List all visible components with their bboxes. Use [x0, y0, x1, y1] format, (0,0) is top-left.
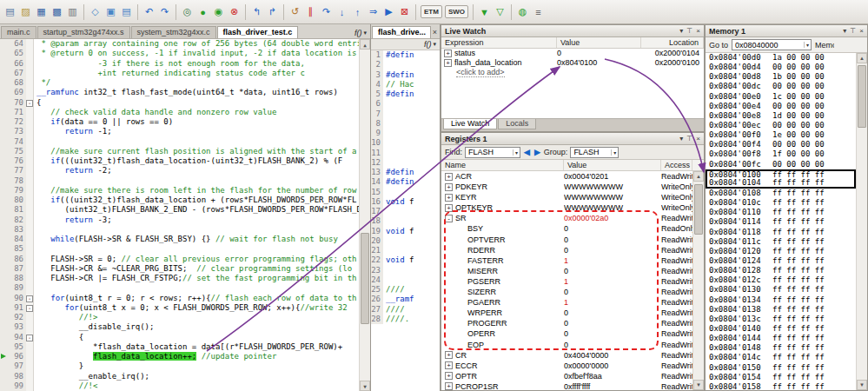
register-row[interactable]: PGSERR1ReadWrite — [441, 276, 692, 287]
code-line[interactable]: 15 — [371, 188, 440, 197]
fold-marker-icon[interactable]: - — [26, 100, 33, 107]
line-number[interactable]: 13 — [371, 168, 383, 177]
code-line[interactable]: 71 // check valid data handle and nonzer… — [0, 108, 359, 117]
expander-icon[interactable]: + — [445, 361, 453, 369]
panel-close-icon[interactable]: × — [696, 135, 700, 142]
undo-button[interactable]: ↶ — [142, 4, 156, 19]
find-combo[interactable]: FLASH ▾ — [465, 147, 520, 158]
line-number[interactable]: 88 — [8, 274, 26, 283]
line-number[interactable]: 18 — [371, 216, 383, 226]
code-line[interactable]: 25//// — [371, 285, 440, 295]
group-combo[interactable]: FLASH ▾ — [570, 147, 619, 158]
breakpoint-margin[interactable] — [0, 117, 8, 127]
line-number[interactable]: 80 — [8, 196, 26, 205]
line-number[interactable]: 74 — [8, 137, 26, 147]
breakpoint-margin[interactable] — [0, 196, 8, 205]
step-out-button[interactable]: ↑ — [350, 4, 365, 19]
line-number[interactable]: 77 — [8, 166, 26, 176]
registers-scrollbar[interactable]: ▲ ▼ — [692, 171, 704, 390]
code-line[interactable]: 18 — [371, 216, 440, 226]
panel-pin-icon[interactable]: ⊤ — [686, 27, 692, 35]
find-previous-button[interactable]: ◀ — [523, 148, 531, 156]
code-line[interactable]: 77 return -2; — [0, 166, 359, 176]
line-number[interactable]: 65 — [8, 49, 26, 58]
step-into-button[interactable]: ↓ — [335, 4, 349, 19]
line-number[interactable]: 8 — [371, 119, 383, 129]
line-number[interactable]: 90 — [8, 294, 26, 303]
code-line[interactable]: 89 — [0, 283, 359, 293]
breakpoint-margin[interactable] — [0, 137, 8, 147]
breakpoint-margin[interactable] — [0, 108, 8, 117]
breakpoint-margin[interactable] — [0, 313, 8, 322]
code-line[interactable]: 1#defin — [371, 50, 440, 60]
register-row[interactable]: +CR0x4004'0000ReadWrite — [441, 350, 692, 361]
line-number[interactable]: 9 — [371, 129, 383, 138]
memory-row[interactable]: 0x0804'0130ff ff ff ff — [706, 285, 856, 295]
breakpoint-margin[interactable] — [0, 39, 8, 49]
code-line[interactable]: 94- { — [0, 333, 359, 342]
line-number[interactable]: 82 — [8, 215, 26, 225]
memory-row[interactable]: 0x0804'00d01a 00 00 00 — [706, 53, 856, 63]
line-number[interactable]: 3 — [371, 70, 383, 80]
line-number[interactable]: 12 — [371, 158, 383, 168]
scroll-down-icon[interactable]: ▼ — [857, 380, 867, 390]
function-list-button[interactable]: f() ▾ — [351, 29, 370, 38]
line-number[interactable]: 73 — [8, 127, 26, 136]
copy-button[interactable]: ▣ — [103, 4, 118, 19]
breakpoint-margin[interactable] — [0, 147, 8, 156]
code-line[interactable]: 81 (uint32_t)FLASH_BANK_2_END - (rows*FL… — [0, 205, 359, 215]
line-number[interactable]: 78 — [8, 176, 26, 186]
line-number[interactable]: 85 — [8, 244, 26, 254]
code-line[interactable]: 97 } — [0, 361, 359, 371]
code-line[interactable]: 69__ramfunc int32_t flash_fast_mode(uint… — [0, 88, 359, 97]
memory-row[interactable]: 0x0804'0128ff ff ff ff — [706, 266, 856, 275]
memory-row[interactable]: 0x0804'0120ff ff ff ff — [706, 247, 856, 256]
breakpoint-margin[interactable] — [0, 166, 8, 176]
line-number[interactable]: 24 — [371, 275, 383, 285]
line-number[interactable]: 71 — [8, 108, 26, 117]
live-watch-refresh-button[interactable]: ◍ — [515, 4, 530, 19]
editor-scrollbar-thumb[interactable] — [361, 233, 369, 324]
fold-marker-icon[interactable]: - — [26, 305, 33, 312]
live-watch-add-row[interactable]: <click to add> — [441, 68, 704, 77]
panel-menu-icon[interactable]: ▾ — [843, 27, 846, 35]
memory-scrollbar-thumb[interactable] — [858, 65, 866, 128]
memory-view-mode-label[interactable]: Memory — [815, 41, 834, 50]
line-number[interactable]: 86 — [8, 255, 26, 264]
line-number[interactable]: 97 — [8, 361, 26, 371]
code-line[interactable]: 76 if(((uint32_t)flash_data_location-(ui… — [0, 156, 359, 166]
code-line[interactable]: 64 * @param array containing one row of … — [0, 39, 359, 49]
line-number[interactable]: 75 — [8, 147, 26, 156]
column-header-name[interactable]: Name — [441, 160, 564, 170]
line-number[interactable]: 79 — [8, 186, 26, 196]
code-line[interactable]: 17 — [371, 207, 440, 216]
breakpoint-margin[interactable] — [0, 176, 8, 186]
line-number[interactable]: 28 — [371, 315, 383, 324]
code-line[interactable]: 93 __disable_irq(); — [0, 322, 359, 332]
line-number[interactable]: 87 — [8, 264, 26, 274]
cut-button[interactable]: ◇ — [88, 4, 103, 19]
line-number[interactable]: 64 — [8, 39, 26, 49]
panel-close-icon[interactable]: × — [859, 27, 864, 35]
code-line[interactable]: 2 — [371, 60, 440, 70]
breakpoint-margin[interactable] — [0, 255, 8, 264]
code-line[interactable]: 82 return -3; — [0, 215, 359, 225]
fold-marker-icon[interactable]: - — [26, 335, 33, 341]
code-line[interactable]: 5#defin — [371, 89, 440, 99]
column-header-value[interactable]: Value — [564, 160, 661, 170]
code-line[interactable]: 11 — [371, 149, 440, 158]
register-row[interactable]: FASTERR1ReadWrite — [441, 255, 692, 266]
expander-icon[interactable]: + — [444, 59, 452, 67]
breakpoint-margin[interactable] — [0, 322, 8, 332]
compile-button[interactable]: ◉ — [211, 4, 226, 19]
memory-row[interactable]: 0x0804'00e01c 00 00 00 — [706, 92, 856, 102]
line-number[interactable]: 76 — [8, 156, 26, 166]
breakpoint-margin[interactable] — [0, 156, 8, 166]
editor-scrollbar[interactable]: ▲ ▼ — [359, 39, 370, 391]
memory-row[interactable]: 0x0804'0150ff ff ff ff — [706, 363, 856, 373]
memory-row[interactable]: 0x0804'0140ff ff ff ff — [706, 324, 856, 334]
line-number[interactable]: 66 — [8, 59, 26, 69]
line-number[interactable]: 14 — [371, 177, 383, 187]
memory-row[interactable]: 0x0804'00d81b 00 00 00 — [706, 72, 856, 82]
fold-marker-icon[interactable]: - — [26, 295, 33, 302]
